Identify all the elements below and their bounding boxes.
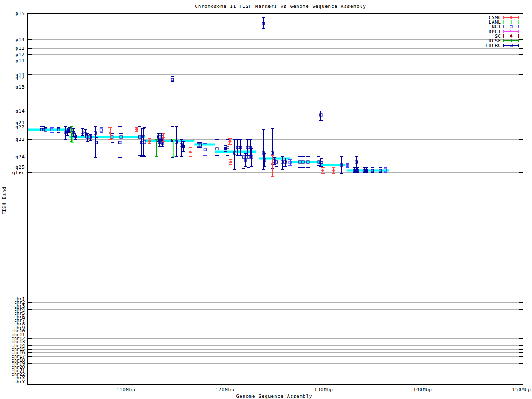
legend-sample-marker bbox=[510, 34, 513, 37]
legend-sample-marker bbox=[510, 16, 513, 19]
band-tick-label: p12 bbox=[15, 52, 25, 57]
band-tick-label: q24 bbox=[15, 154, 25, 160]
fish-band-segment bbox=[290, 161, 320, 163]
x-tick-label: 140Mbp bbox=[413, 387, 432, 392]
data-point-csmc bbox=[332, 169, 335, 172]
x-axis-title: Genome Sequence Assembly bbox=[236, 394, 313, 399]
x-tick-label: 110Mbp bbox=[116, 387, 135, 392]
data-point-csmc bbox=[135, 128, 138, 131]
data-point-csmc bbox=[271, 163, 274, 166]
data-point-csmc bbox=[228, 140, 231, 143]
band-tick-label: q13 bbox=[15, 84, 25, 90]
band-tick-label: p11 bbox=[15, 58, 25, 64]
x-tick-label: 150Mbp bbox=[512, 387, 531, 392]
fish-markers-chart: CSMCLANLNCIRPCISCUCSFFHCRCChromosome 11 … bbox=[0, 0, 532, 399]
band-tick-label: q23 bbox=[15, 137, 25, 142]
legend-label-fhcrc: FHCRC bbox=[485, 43, 501, 48]
x-tick-label: 120Mbp bbox=[215, 387, 234, 392]
data-point-csmc bbox=[189, 151, 192, 154]
chart-page: CSMCLANLNCIRPCISCUCSFFHCRCChromosome 11 … bbox=[0, 0, 532, 399]
band-tick-label: p15 bbox=[15, 11, 25, 16]
x-tick-label: 130Mbp bbox=[314, 387, 333, 392]
band-tick-label: q14 bbox=[15, 108, 25, 114]
chr-tick-label: chrY bbox=[14, 379, 25, 384]
band-tick-label: q22 bbox=[15, 124, 25, 130]
fish-band-segment bbox=[145, 140, 194, 142]
data-point-fhcrc bbox=[182, 145, 185, 148]
band-tick-label: p13 bbox=[15, 46, 25, 51]
band-tick-label: p14 bbox=[15, 37, 25, 42]
chart-title: Chromosome 11 FISH Markers vs Genome Seq… bbox=[195, 4, 366, 9]
band-tick-label: q25 bbox=[15, 165, 25, 170]
fish-band-segment bbox=[69, 136, 145, 138]
y-axis-title: FISH Band bbox=[2, 187, 7, 215]
band-tick-label: qter bbox=[12, 170, 25, 175]
band-tick-label: q12 bbox=[15, 75, 25, 81]
fish-band-segment bbox=[27, 129, 69, 131]
plot-frame bbox=[27, 13, 523, 384]
data-point-csmc bbox=[229, 161, 232, 164]
